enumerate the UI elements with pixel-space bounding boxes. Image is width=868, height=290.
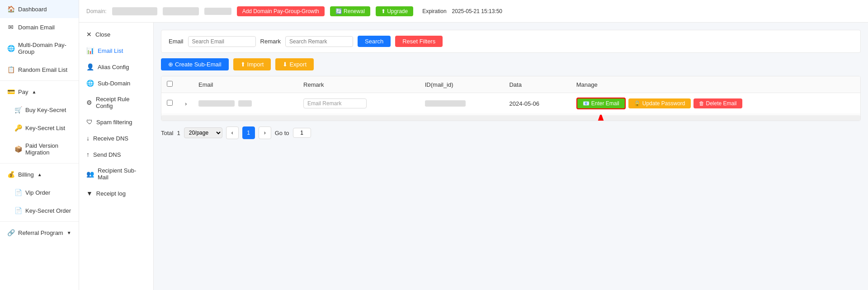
- sidebar-item-label: Billing: [18, 171, 34, 178]
- row-checkbox[interactable]: [167, 100, 173, 106]
- sidebar-item-buy-key[interactable]: 🛒 Buy Key-Secret: [0, 101, 79, 119]
- remark-search-input[interactable]: [285, 36, 353, 47]
- sidebar-item-label: Key-Secret List: [25, 125, 65, 131]
- per-page-select[interactable]: 20/page 50/page 100/page: [184, 127, 222, 138]
- sidebar-item-key-order[interactable]: 📄 Key-Secret Order: [0, 201, 79, 220]
- topbar: Domain: Add Domain Pay-Group-Growth 🔄 Re…: [79, 0, 868, 23]
- pay-icon: 💳: [7, 88, 14, 95]
- sub-nav-sub-domain[interactable]: 🌐 Sub-Domain: [79, 75, 153, 91]
- sub-nav-label: Recipient Sub-Mail: [98, 167, 146, 181]
- filter-bar: Email Remark Search Reset Filters: [161, 30, 861, 53]
- export-button[interactable]: ⬇ Export: [275, 58, 314, 70]
- sub-nav-receive-dns[interactable]: ↓ Receive DNS: [79, 130, 153, 146]
- search-button[interactable]: Search: [358, 36, 391, 47]
- export-icon: ⬇: [283, 61, 288, 68]
- receipt-rule-icon: ⚙: [86, 99, 92, 106]
- alias-config-icon: 👤: [86, 63, 94, 70]
- sub-nav-recipient-sub[interactable]: 👥 Recipient Sub-Mail: [79, 163, 153, 185]
- row-actions: 📧 Enter Email: [576, 98, 855, 109]
- sub-nav-alias-config[interactable]: 👤 Alias Config: [79, 59, 153, 75]
- row-remark-cell[interactable]: [298, 93, 420, 114]
- red-arrow-svg: [594, 115, 608, 121]
- expand-icon: ›: [185, 100, 187, 107]
- receipt-log-icon: ▼: [86, 190, 93, 197]
- vip-order-icon: 📄: [14, 189, 22, 196]
- upgrade-button[interactable]: ⬆ Upgrade: [376, 6, 413, 16]
- col-data: Data: [504, 76, 571, 93]
- expiry-value: 2025-05-21 15:13:50: [452, 8, 502, 14]
- sidebar-item-paid-version[interactable]: 📦 Paid Version Migration: [0, 137, 79, 161]
- reset-filters-button[interactable]: Reset Filters: [395, 36, 443, 47]
- sidebar-item-key-list[interactable]: 🔑 Key-Secret List: [0, 119, 79, 137]
- update-pw-icon: 🔒: [634, 100, 641, 107]
- close-icon: ✕: [86, 31, 92, 38]
- recipient-sub-icon: 👥: [86, 170, 94, 178]
- enter-email-button[interactable]: 📧 Enter Email: [576, 98, 626, 109]
- row-email-cell: [193, 93, 298, 114]
- sub-nav-email-list[interactable]: 📊 Email List: [79, 42, 153, 59]
- horizontal-scrollbar[interactable]: [161, 115, 860, 121]
- sub-nav-close[interactable]: ✕ Close: [79, 26, 153, 42]
- divider2: [0, 163, 79, 164]
- sub-nav-label: Send DNS: [93, 151, 121, 158]
- delete-email-button[interactable]: 🗑 Delete Email: [693, 98, 742, 108]
- sidebar-item-random-email[interactable]: 📋 Random Email List: [0, 61, 79, 79]
- prev-page-button[interactable]: ‹: [226, 126, 239, 139]
- sidebar-item-pay[interactable]: 💳 Pay ▲: [0, 83, 79, 101]
- goto-input[interactable]: [293, 128, 311, 138]
- page-1-button[interactable]: 1: [242, 126, 255, 139]
- send-dns-icon: ↑: [86, 151, 90, 158]
- delete-icon: 🗑: [699, 100, 704, 107]
- total-value: 1: [177, 130, 180, 136]
- sidebar: 🏠 Dashboard ✉ Domain Email 🌐 Multi-Domai…: [0, 0, 79, 290]
- sidebar-item-label: Vip Order: [25, 189, 50, 196]
- row-expand-cell[interactable]: ›: [179, 93, 193, 114]
- remark-input[interactable]: [303, 98, 367, 108]
- sub-nav-receipt-log[interactable]: ▼ Receipt log: [79, 185, 153, 201]
- sidebar-item-multi-domain[interactable]: 🌐 Multi-Domain Pay-Group: [0, 36, 79, 61]
- paid-version-icon: 📦: [14, 145, 22, 153]
- sidebar-item-label: Referral Program: [18, 229, 63, 236]
- email-redacted2: [238, 100, 252, 107]
- email-table: Email Remark ID(mail_id) Data Manage: [161, 76, 861, 121]
- divider: [0, 80, 79, 81]
- sub-nav-receipt-rule[interactable]: ⚙ Receipt Rule Config: [79, 91, 153, 114]
- sidebar-item-billing[interactable]: 💰 Billing ▲: [0, 165, 79, 183]
- sub-nav-label: Sub-Domain: [98, 80, 130, 87]
- sidebar-item-label: Key-Secret Order: [25, 207, 71, 214]
- content-area: ✕ Close 📊 Email List 👤 Alias Config 🌐 Su…: [79, 23, 868, 290]
- update-password-button[interactable]: 🔒 Update Password: [628, 98, 691, 108]
- expiry-label: Expiration: [422, 8, 446, 14]
- sidebar-item-referral[interactable]: 🔗 Referral Program ▼: [0, 224, 79, 242]
- sub-domain-icon: 🌐: [86, 80, 94, 87]
- sidebar-item-dashboard[interactable]: 🏠 Dashboard: [0, 0, 79, 18]
- sub-nav-label: Receipt log: [96, 190, 126, 197]
- arrow-indicator: [594, 115, 608, 121]
- renewal-icon: 🔄: [335, 8, 342, 14]
- key-list-icon: 🔑: [14, 124, 22, 131]
- sidebar-item-label: Paid Version Migration: [25, 142, 71, 156]
- domain-label: Domain:: [86, 8, 107, 14]
- sub-nav-label: Close: [95, 31, 110, 38]
- next-page-button[interactable]: ›: [259, 126, 271, 139]
- sub-nav-send-dns[interactable]: ↑ Send DNS: [79, 146, 153, 163]
- domain-value1: [112, 7, 157, 15]
- select-all-checkbox[interactable]: [167, 81, 173, 87]
- col-manage: Manage: [571, 76, 860, 93]
- date-value: 2024-05-06: [509, 100, 539, 107]
- goto-label: Go to: [275, 130, 289, 136]
- col-remark: Remark: [298, 76, 420, 93]
- sub-nav-spam-filter[interactable]: 🛡 Spam filtering: [79, 114, 153, 130]
- col-expand: [179, 76, 193, 93]
- sidebar-item-domain-email[interactable]: ✉ Domain Email: [0, 18, 79, 36]
- email-search-input[interactable]: [188, 36, 256, 47]
- dashboard-icon: 🏠: [7, 5, 14, 13]
- sidebar-item-vip-order[interactable]: 📄 Vip Order: [0, 183, 79, 201]
- create-sub-email-button[interactable]: ⊕ Create Sub-Email: [161, 58, 229, 70]
- renewal-button[interactable]: 🔄 Renewal: [330, 6, 370, 16]
- import-button[interactable]: ⬆ Import: [233, 58, 271, 70]
- sub-nav-label: Email List: [98, 47, 123, 54]
- action-bar: ⊕ Create Sub-Email ⬆ Import ⬇ Export: [161, 58, 861, 70]
- add-pay-group-button[interactable]: Add Domain Pay-Group-Growth: [237, 6, 325, 16]
- pagination: Total 1 20/page 50/page 100/page ‹ 1 › G…: [161, 126, 861, 139]
